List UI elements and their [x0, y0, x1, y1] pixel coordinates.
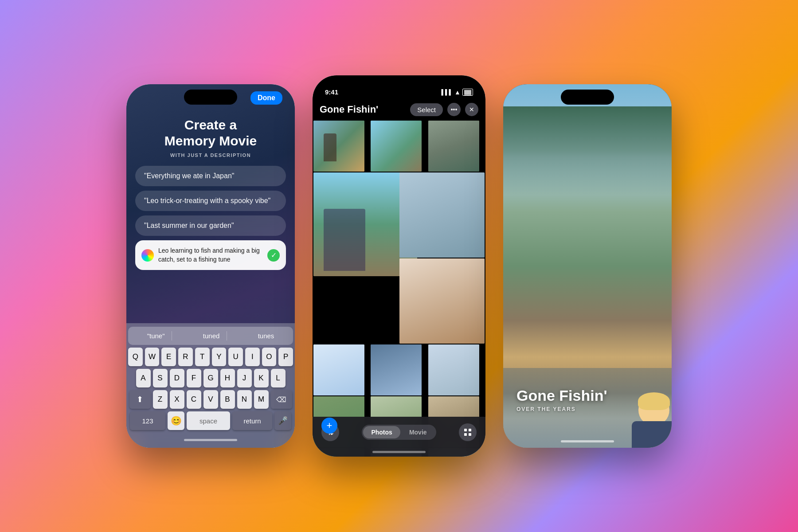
close-button[interactable]: ✕	[465, 103, 478, 116]
key-y[interactable]: Y	[212, 348, 227, 366]
suggestion-pill-2[interactable]: "Leo trick-or-treating with a spooky vib…	[135, 191, 286, 211]
key-h[interactable]: H	[220, 369, 235, 387]
status-time: 9:41	[325, 88, 338, 96]
key-t[interactable]: T	[195, 348, 210, 366]
key-o[interactable]: O	[262, 348, 277, 366]
memory-photo-subtitle: OVER THE YEARS	[516, 406, 658, 412]
key-j[interactable]: J	[237, 369, 252, 387]
photo-grid-container	[313, 121, 485, 457]
trees-layer	[503, 106, 672, 195]
key-u[interactable]: U	[228, 348, 243, 366]
autocomplete-2[interactable]: tunes	[251, 331, 282, 340]
tab-photos[interactable]: Photos	[363, 426, 400, 438]
key-w[interactable]: W	[145, 348, 160, 366]
key-l[interactable]: L	[271, 369, 286, 387]
more-button[interactable]: •••	[447, 103, 461, 116]
photo-cell-1[interactable]	[313, 121, 364, 172]
siri-icon	[141, 249, 154, 262]
key-p[interactable]: P	[278, 348, 293, 366]
key-g[interactable]: G	[203, 369, 218, 387]
photo-cell-2[interactable]	[371, 121, 422, 172]
status-icons: ▌▌▌ ▲ ▓▓	[442, 89, 473, 96]
dynamic-island-2	[372, 81, 426, 96]
keyboard-row-4: 123 😊 space return 🎤	[128, 411, 293, 430]
memory-title-area: Create a Memory Movie WITH JUST A DESCRI…	[135, 108, 286, 166]
key-c[interactable]: C	[187, 390, 201, 409]
photo-cell-8[interactable]	[371, 344, 422, 395]
key-delete[interactable]: ⌫	[271, 390, 292, 409]
key-b[interactable]: B	[220, 390, 235, 409]
grid-row-1	[313, 121, 485, 172]
suggestion-pill-3[interactable]: "Last summer in our garden"	[135, 215, 286, 236]
svg-rect-3	[469, 433, 471, 436]
phone-1: 9:41 Done Create a Memory Movie WITH JUS…	[126, 84, 295, 448]
key-mic[interactable]: 🎤	[274, 411, 291, 430]
home-indicator-3	[561, 440, 614, 442]
dynamic-island-1	[184, 90, 237, 105]
key-emoji[interactable]: 😊	[168, 411, 184, 430]
autocomplete-1[interactable]: tuned	[196, 331, 227, 340]
key-a[interactable]: A	[136, 369, 151, 387]
done-button[interactable]: Done	[250, 91, 282, 105]
tab-segment: Photos Movie	[362, 425, 436, 440]
key-q[interactable]: Q	[128, 348, 143, 366]
autocomplete-0[interactable]: "tune"	[140, 331, 172, 340]
grid-view-button[interactable]	[459, 423, 477, 441]
photo-cell-3[interactable]	[428, 121, 479, 172]
suggestion-pill-1[interactable]: "Everything we ate in Japan"	[135, 166, 286, 186]
keyboard-row-2: A S D F G H J K L	[128, 369, 293, 387]
key-shift[interactable]: ⬆	[129, 390, 151, 409]
svg-rect-2	[464, 433, 467, 436]
keyboard: "tune" tuned tunes Q W E R T Y U I O P	[126, 323, 295, 448]
select-button[interactable]: Select	[410, 103, 443, 116]
key-z[interactable]: Z	[153, 390, 168, 409]
key-k[interactable]: K	[254, 369, 269, 387]
key-f[interactable]: F	[187, 369, 201, 387]
key-s[interactable]: S	[153, 369, 168, 387]
grid-icon	[464, 428, 472, 436]
dynamic-island-3	[561, 90, 614, 105]
key-i[interactable]: I	[245, 348, 260, 366]
photo-overlay-title: Gone Fishin' OVER THE YEARS	[503, 387, 672, 412]
autocomplete-bar: "tune" tuned tunes	[128, 327, 293, 345]
svg-rect-0	[464, 429, 467, 431]
key-d[interactable]: D	[170, 369, 184, 387]
key-v[interactable]: V	[203, 390, 218, 409]
memory-movie-subtitle: WITH JUST A DESCRIPTION	[140, 153, 282, 158]
phone-3: Gone Fishin' OVER THE YEARS	[503, 84, 672, 448]
phone1-main: Create a Memory Movie WITH JUST A DESCRI…	[126, 108, 295, 448]
photo-cell-7[interactable]	[313, 344, 364, 395]
photo-cell-6[interactable]	[399, 258, 485, 344]
wifi-icon: ▲	[454, 89, 461, 96]
memory-input-box[interactable]: Leo learning to fish and making a big ca…	[135, 240, 286, 270]
battery-icon: ▓▓	[462, 89, 473, 96]
key-r[interactable]: R	[178, 348, 193, 366]
memory-movie-title: Create a Memory Movie	[140, 117, 282, 149]
home-indicator-2	[372, 451, 426, 453]
keyboard-row-1: Q W E R T Y U I O P	[128, 348, 293, 366]
svg-rect-1	[469, 429, 471, 431]
photo-album-title: Gone Fishin'	[320, 104, 406, 115]
add-button[interactable]: +	[321, 418, 337, 434]
key-x[interactable]: X	[170, 390, 184, 409]
key-m[interactable]: M	[254, 390, 269, 409]
signal-icon: ▌▌▌	[442, 89, 453, 95]
photo-app-header: Gone Fishin' Select ••• ✕	[313, 99, 485, 121]
submit-checkmark[interactable]: ✓	[267, 249, 280, 262]
key-space[interactable]: space	[187, 411, 230, 430]
key-123[interactable]: 123	[130, 411, 165, 430]
memory-photo-title: Gone Fishin'	[516, 387, 658, 404]
home-indicator-1	[184, 439, 237, 441]
grid-row-2	[313, 172, 485, 344]
tab-movie[interactable]: Movie	[401, 426, 435, 438]
photo-cell-5[interactable]	[399, 172, 485, 258]
photo-cell-9[interactable]	[428, 344, 479, 395]
key-e[interactable]: E	[161, 348, 176, 366]
key-return[interactable]: return	[232, 411, 272, 430]
key-n[interactable]: N	[237, 390, 252, 409]
input-text-content[interactable]: Leo learning to fish and making a big ca…	[158, 246, 263, 264]
phone-2: 9:41 ▌▌▌ ▲ ▓▓ Gone Fishin' Select ••• ✕	[313, 75, 485, 457]
grid-row-3	[313, 344, 485, 395]
keyboard-row-3: ⬆ Z X C V B N M ⌫	[128, 390, 293, 409]
